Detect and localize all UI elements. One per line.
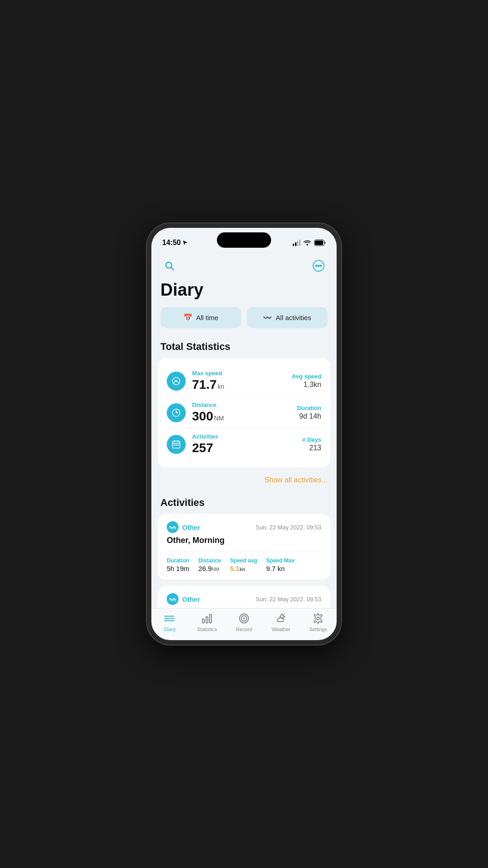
statistics-nav-label: Statistics (197, 627, 217, 632)
svg-rect-20 (176, 444, 177, 446)
svg-rect-30 (210, 614, 211, 623)
clock-icon-circle (167, 403, 186, 422)
battery-icon (314, 240, 326, 246)
diary-nav-label: Diary (164, 627, 176, 632)
activity-duration: Duration 5h 19m (167, 557, 189, 572)
calendar-icon: 📅 (183, 313, 192, 322)
settings-nav-icon (312, 612, 324, 625)
svg-rect-2 (315, 241, 323, 245)
svg-rect-21 (178, 444, 179, 446)
weather-icon (275, 613, 287, 624)
calendar-stat-icon (171, 439, 181, 449)
waves-icon: 〰️ (263, 313, 272, 322)
svg-line-36 (284, 614, 285, 615)
svg-rect-19 (174, 444, 175, 446)
filter-row: 📅 All time 〰️ All activities (151, 307, 337, 337)
days-value: 213 (302, 444, 321, 452)
record-nav-label: Record (236, 627, 252, 632)
activity-card-2[interactable]: Other Sun, 22 May 2022, 09:53 Other, Mor… (158, 586, 330, 608)
distance-stat-label: Distance (198, 557, 221, 564)
speed-avg-stat-value: 5.1kn (230, 565, 257, 572)
activity-type-label: Other (182, 524, 200, 531)
distance-value: 300 NM (192, 409, 297, 424)
phone-frame: 14:50 (147, 223, 341, 645)
more-options-button[interactable] (310, 257, 328, 275)
activity-type: Other (167, 521, 200, 533)
speed-icon-circle (167, 372, 186, 391)
activities-value: 257 (192, 441, 302, 455)
activity-card[interactable]: Other Sun, 22 May 2022, 09:53 Other, Mor… (158, 514, 330, 580)
activities-main: Activities 257 (192, 433, 302, 455)
activity-date: Sun, 22 May 2022, 09:53 (256, 524, 321, 531)
max-speed-row: Max speed 71.7 kn Avg speed 1.3kn (167, 365, 321, 397)
avg-speed-value: 1.3kn (292, 381, 321, 389)
time-filter-button[interactable]: 📅 All time (160, 307, 241, 328)
activities-heading: Activities (151, 493, 337, 514)
duration-value: 9d 14h (297, 412, 321, 420)
content-area: Diary 📅 All time 〰️ All activities Total… (151, 251, 337, 608)
activity-type-icon (167, 521, 178, 533)
speed-max-stat-label: Speed Max (266, 557, 295, 564)
speed-max-stat-value: 9.7 kn (266, 565, 295, 572)
waves-activity-icon (169, 524, 176, 531)
activity-title: Other, Morning (167, 536, 321, 545)
max-speed-label: Max speed (192, 370, 292, 377)
activities-filter-button[interactable]: 〰️ All activities (247, 307, 328, 328)
activity-date-2: Sun, 22 May 2022, 09:53 (256, 596, 321, 603)
activity-type-icon-2 (167, 593, 178, 605)
weather-nav-icon (275, 612, 287, 625)
page-title: Diary (151, 278, 337, 307)
calendar-icon-circle (167, 435, 186, 454)
nav-record[interactable]: Record (225, 612, 263, 632)
max-speed-main: Max speed 71.7 kn (192, 370, 292, 392)
wifi-icon (303, 240, 311, 246)
settings-icon (312, 613, 324, 624)
bottom-nav: Diary Statistics (151, 608, 337, 640)
svg-point-38 (317, 617, 319, 620)
diary-nav-icon (164, 612, 176, 625)
nav-statistics[interactable]: Statistics (188, 612, 225, 632)
statistics-icon (201, 613, 213, 624)
settings-nav-label: Settings (309, 627, 327, 632)
duration-stat-label: Duration (167, 557, 189, 564)
clock-icon (171, 408, 181, 418)
svg-line-4 (171, 268, 174, 270)
svg-point-11 (176, 380, 177, 382)
weather-nav-label: Weather (272, 627, 290, 632)
svg-point-6 (316, 265, 317, 267)
stats-card: Max speed 71.7 kn Avg speed 1.3kn (158, 358, 330, 467)
dynamic-island (217, 232, 271, 248)
svg-point-7 (318, 265, 319, 267)
max-speed-value: 71.7 kn (192, 377, 292, 392)
statistics-nav-icon (201, 612, 213, 625)
total-statistics-heading: Total Statistics (151, 337, 337, 358)
speed-avg-stat-label: Speed avg (230, 557, 257, 564)
duration-stat-value: 5h 19m (167, 565, 189, 572)
activity-type-2: Other (167, 593, 200, 605)
search-icon (164, 260, 175, 271)
more-icon (312, 259, 325, 272)
svg-point-33 (243, 618, 245, 619)
nav-settings[interactable]: Settings (300, 612, 337, 632)
diary-icon (164, 613, 176, 624)
svg-rect-29 (206, 617, 208, 623)
activity-speed-avg: Speed avg 5.1kn (230, 557, 257, 572)
avg-speed-label: Avg speed (292, 373, 321, 380)
days-label: # Days (302, 436, 321, 443)
svg-rect-28 (202, 619, 204, 623)
svg-point-27 (164, 620, 166, 622)
activities-filter-label: All activities (276, 314, 311, 321)
nav-diary[interactable]: Diary (151, 612, 188, 632)
status-time: 14:50 (162, 239, 188, 247)
show-all-link[interactable]: Show all activities... (151, 472, 337, 493)
location-arrow-icon (183, 240, 188, 245)
duration-label: Duration (297, 405, 321, 411)
duration-secondary: Duration 9d 14h (297, 405, 321, 420)
signal-icon (293, 240, 300, 246)
search-button[interactable] (160, 257, 178, 275)
status-icons (293, 240, 326, 246)
speedometer-icon (171, 376, 181, 386)
activity-header-2: Other Sun, 22 May 2022, 09:53 (167, 593, 321, 605)
svg-point-34 (280, 615, 284, 618)
nav-weather[interactable]: Weather (263, 612, 300, 632)
